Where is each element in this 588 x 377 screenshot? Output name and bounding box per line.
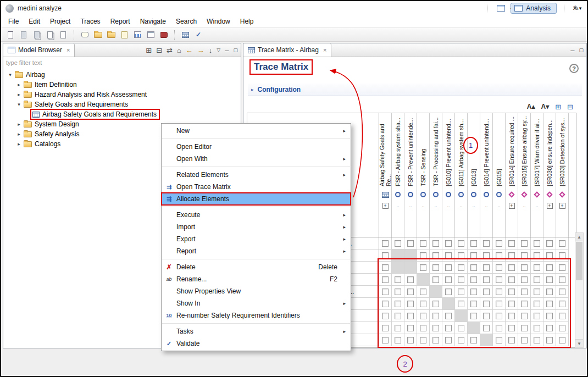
matrix-cell[interactable] bbox=[493, 237, 506, 250]
matrix-cell[interactable] bbox=[531, 274, 543, 286]
annotate-dropdown-icon[interactable]: ✎▾ bbox=[572, 3, 584, 14]
checkbox-unchecked[interactable] bbox=[432, 313, 439, 319]
checkbox-unchecked[interactable] bbox=[496, 240, 502, 247]
checkbox-unchecked[interactable] bbox=[458, 252, 464, 259]
matrix-cell[interactable] bbox=[379, 262, 392, 274]
context-menu-item-delete[interactable]: ✗DeleteDelete bbox=[162, 261, 351, 273]
matrix-cell[interactable] bbox=[556, 250, 569, 262]
expand-column-icon[interactable]: + bbox=[509, 203, 515, 209]
checkbox-unchecked[interactable] bbox=[546, 276, 553, 283]
menubar-item-edit[interactable]: Edit bbox=[24, 16, 45, 27]
matrix-cell[interactable] bbox=[506, 237, 518, 250]
matrix-cell[interactable] bbox=[379, 286, 392, 298]
matrix-cell[interactable] bbox=[480, 322, 493, 334]
matrix-cell[interactable] bbox=[480, 274, 493, 286]
checkbox-unchecked[interactable] bbox=[445, 252, 452, 259]
matrix-cell[interactable] bbox=[506, 322, 518, 334]
matrix-cell[interactable] bbox=[430, 334, 442, 346]
checkbox-unchecked[interactable] bbox=[534, 301, 540, 307]
expand-column-icon[interactable]: + bbox=[382, 203, 389, 209]
matrix-cell[interactable] bbox=[455, 334, 468, 346]
matrix-cell[interactable] bbox=[493, 322, 506, 334]
matrix-cell[interactable] bbox=[480, 237, 493, 250]
matrix-cell[interactable] bbox=[404, 274, 417, 286]
matrix-column-header-sr014-ensure-required[interactable]: [SR014] Ensure required ...+ bbox=[506, 113, 518, 237]
context-menu-item-allocate-elements[interactable]: ⇶Allocate Elements bbox=[162, 193, 351, 205]
twisty-collapsed-icon[interactable]: ▸ bbox=[15, 141, 23, 147]
matrix-cell[interactable] bbox=[506, 298, 518, 310]
matrix-cell[interactable] bbox=[543, 298, 556, 310]
expand-column-icon[interactable]: + bbox=[559, 203, 565, 209]
checkbox-unchecked[interactable] bbox=[521, 337, 528, 343]
checkbox-unchecked[interactable] bbox=[496, 276, 502, 283]
checkbox-unchecked[interactable] bbox=[420, 264, 426, 271]
matrix-cell[interactable] bbox=[442, 322, 455, 334]
checkbox-unchecked[interactable] bbox=[496, 313, 502, 319]
matrix-cell[interactable] bbox=[543, 322, 556, 334]
copy-icon[interactable] bbox=[44, 29, 56, 40]
checkbox-unchecked[interactable] bbox=[432, 276, 439, 283]
matrix-cell[interactable] bbox=[417, 334, 430, 346]
matrix-cell[interactable] bbox=[556, 237, 569, 250]
checkbox-unchecked[interactable] bbox=[382, 313, 389, 319]
matrix-cell[interactable] bbox=[531, 298, 543, 310]
context-menu-item-open-trace-matrix[interactable]: ⇉Open Trace Matrix bbox=[162, 181, 351, 193]
tree-item-item-definition[interactable]: ▸Item Definition bbox=[3, 80, 241, 90]
matrix-cell[interactable] bbox=[404, 310, 417, 322]
matrix-column-header-sr030-ensure-indepen[interactable]: [SR030] ensure indepen...+ bbox=[543, 113, 556, 237]
checkbox-unchecked[interactable] bbox=[521, 289, 528, 295]
checkbox-unchecked[interactable] bbox=[508, 313, 515, 319]
tree-item-safety-goals-and-requirements[interactable]: ▾Safety Goals and Requirements bbox=[3, 99, 241, 109]
matrix-cell[interactable] bbox=[531, 322, 543, 334]
checkbox-unchecked[interactable] bbox=[458, 264, 464, 271]
matrix-cell[interactable] bbox=[379, 334, 392, 346]
checkbox-unchecked[interactable] bbox=[382, 252, 389, 259]
matrix-cell[interactable] bbox=[543, 274, 556, 286]
matrix-cell[interactable] bbox=[442, 237, 455, 250]
checkbox-unchecked[interactable] bbox=[395, 240, 401, 247]
checkbox-unchecked[interactable] bbox=[534, 337, 540, 343]
twisty-expanded-icon[interactable]: ▾ bbox=[15, 102, 23, 107]
context-menu-item-validate[interactable]: ✓Validate bbox=[162, 337, 351, 350]
matrix-cell[interactable] bbox=[468, 237, 480, 250]
matrix-cell[interactable] bbox=[506, 262, 518, 274]
matrix-cell[interactable] bbox=[506, 274, 518, 286]
checkbox-unchecked[interactable] bbox=[445, 289, 452, 295]
matrix-cell[interactable] bbox=[442, 250, 455, 262]
matrix-cell[interactable] bbox=[518, 286, 531, 298]
chart-icon[interactable] bbox=[131, 29, 143, 40]
checkbox-unchecked[interactable] bbox=[458, 301, 464, 307]
matrix-cell[interactable] bbox=[404, 286, 417, 298]
checkbox-unchecked[interactable] bbox=[432, 240, 439, 247]
matrix-cell[interactable] bbox=[417, 310, 430, 322]
checkbox-unchecked[interactable] bbox=[521, 325, 528, 331]
checkbox-unchecked[interactable] bbox=[382, 276, 389, 283]
checkbox-unchecked[interactable] bbox=[483, 313, 490, 319]
filter-input[interactable] bbox=[3, 58, 241, 68]
matrix-cell[interactable] bbox=[392, 298, 404, 310]
font-increase-icon[interactable]: A▴ bbox=[527, 103, 535, 110]
matrix-cell[interactable] bbox=[493, 334, 506, 346]
checkbox-unchecked[interactable] bbox=[432, 325, 439, 331]
matrix-cell[interactable] bbox=[468, 286, 480, 298]
checkbox-unchecked[interactable] bbox=[458, 240, 464, 247]
checkbox-unchecked[interactable] bbox=[521, 240, 528, 247]
matrix-cell[interactable] bbox=[468, 262, 480, 274]
matrix-cell[interactable] bbox=[392, 286, 404, 298]
checkbox-unchecked[interactable] bbox=[470, 240, 477, 247]
checkbox-unchecked[interactable] bbox=[496, 325, 502, 331]
matrix-cell[interactable] bbox=[455, 286, 468, 298]
checkbox-unchecked[interactable] bbox=[458, 337, 464, 343]
checkbox-unchecked[interactable] bbox=[470, 252, 477, 259]
matrix-cell[interactable] bbox=[379, 274, 392, 286]
collapse-all-columns-icon[interactable]: ⊟ bbox=[567, 103, 573, 110]
checkbox-unchecked[interactable] bbox=[395, 313, 401, 319]
table-matrix-icon[interactable] bbox=[179, 29, 191, 40]
context-menu-item-re-number-safety-requirement-identifiers[interactable]: 10Re-number Safety Requirement Identifie… bbox=[162, 309, 351, 321]
matrix-cell[interactable] bbox=[531, 310, 543, 322]
matrix-column-header-sr017-warn-driver-if-ai[interactable]: [SR017] Warn driver if ai..... bbox=[531, 113, 543, 237]
font-decrease-icon[interactable]: A▾ bbox=[541, 103, 549, 110]
checkbox-unchecked[interactable] bbox=[546, 337, 553, 343]
matrix-cell[interactable] bbox=[468, 250, 480, 262]
matrix-cell[interactable] bbox=[404, 298, 417, 310]
